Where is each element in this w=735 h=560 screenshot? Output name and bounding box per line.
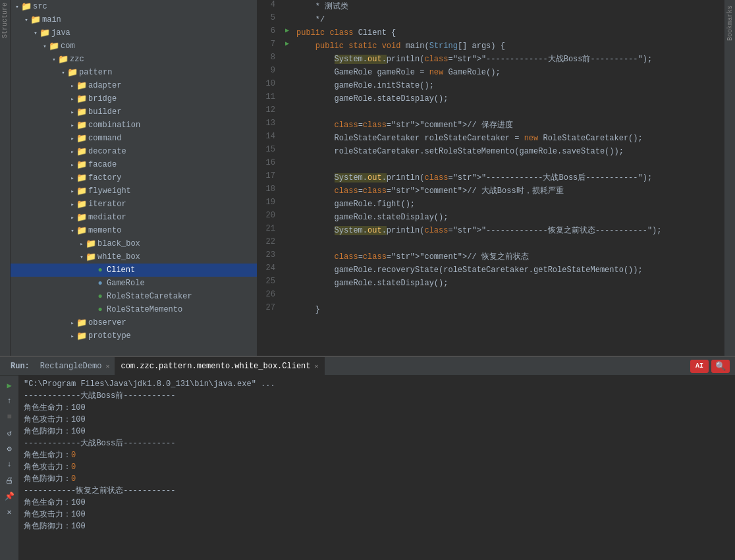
tab-close-icon[interactable]: ✕ bbox=[315, 362, 319, 370]
no-arrow bbox=[87, 266, 95, 274]
tree-item-Client[interactable]: ●Client bbox=[11, 264, 257, 277]
tree-item-label: facade bbox=[88, 160, 117, 169]
print-button[interactable]: 🖨 bbox=[2, 473, 16, 488]
structure-label[interactable]: Structure bbox=[1, 0, 9, 41]
code-line-23: 23 class=class="str">"comment">// 恢复之前状态 bbox=[258, 250, 724, 264]
tree-item-label: RoleStateMemento bbox=[107, 305, 182, 314]
output-line-11: 角色攻击力：100 bbox=[24, 509, 730, 520]
run-arrow-icon[interactable]: ▶ bbox=[285, 26, 289, 34]
tree-item-command[interactable]: ▸📁command bbox=[11, 132, 257, 145]
folder-arrow: ▾ bbox=[13, 3, 21, 11]
editor-area: 4 * 测试类5 */6▶public class Client {7▶ pub… bbox=[258, 0, 724, 356]
folder-icon: 📁 bbox=[76, 159, 87, 170]
close-button[interactable]: ✕ bbox=[2, 505, 16, 519]
line-number: 8 bbox=[258, 53, 281, 62]
tree-item-flyweight[interactable]: ▸📁flyweight bbox=[11, 184, 257, 198]
tree-item-com[interactable]: ▾📁com bbox=[11, 40, 257, 53]
line-number: 13 bbox=[258, 119, 281, 128]
code-text: gameRole.fight(); bbox=[294, 198, 415, 211]
code-text: gameRole.initState(); bbox=[294, 79, 434, 92]
no-arrow bbox=[87, 293, 95, 300]
line-gutter: ▶ bbox=[281, 40, 294, 47]
folder-icon: 📁 bbox=[86, 238, 96, 249]
run-button[interactable]: ▶ bbox=[2, 378, 16, 393]
folder-icon: 📁 bbox=[76, 186, 87, 196]
output-line-5: ------------大战Boss后----------- bbox=[24, 437, 730, 449]
folder-arrow: ▸ bbox=[68, 319, 76, 327]
folder-arrow: ▾ bbox=[41, 42, 49, 50]
no-arrow bbox=[87, 279, 95, 287]
code-line-5: 5 */ bbox=[258, 13, 724, 26]
line-number: 18 bbox=[258, 184, 281, 194]
tree-item-prototype[interactable]: ▸📁prototype bbox=[11, 329, 257, 343]
tree-item-combination[interactable]: ▸📁combination bbox=[11, 119, 257, 132]
code-line-27: 27 } bbox=[258, 303, 724, 316]
right-sidebar: Bookmarks bbox=[724, 0, 735, 356]
tree-item-src[interactable]: ▾📁src bbox=[11, 0, 257, 13]
code-text: class=class="str">"comment">// 保存进度 bbox=[294, 119, 513, 132]
tree-item-zzc[interactable]: ▾📁zzc bbox=[11, 53, 257, 66]
output-line-6: 角色生命力：0 bbox=[24, 449, 730, 461]
line-number: 23 bbox=[258, 250, 281, 260]
tree-item-label: main bbox=[42, 15, 61, 24]
left-sidebar: Structure bbox=[0, 0, 11, 356]
code-line-14: 14 RoleStateCaretaker roleStateCaretaker… bbox=[258, 132, 724, 145]
tab-close-icon[interactable]: ✕ bbox=[105, 362, 109, 370]
folder-icon: 📁 bbox=[76, 173, 87, 183]
output-line-10: 角色生命力：100 bbox=[24, 497, 730, 509]
settings-button[interactable]: ⚙ bbox=[2, 441, 16, 456]
folder-icon: 📁 bbox=[86, 252, 96, 262]
tree-item-builder[interactable]: ▸📁builder bbox=[11, 105, 257, 119]
line-number: 4 bbox=[258, 0, 281, 9]
code-text: */ bbox=[294, 13, 325, 26]
tree-item-facade[interactable]: ▸📁facade bbox=[11, 158, 257, 171]
code-text: } bbox=[294, 303, 320, 316]
scroll-up-button[interactable]: ↑ bbox=[2, 394, 16, 408]
ai-button[interactable]: AI bbox=[690, 360, 709, 373]
search-button[interactable]: 🔍 bbox=[711, 360, 730, 373]
panel-tab-RectangleDemo[interactable]: RectangleDemo✕ bbox=[35, 357, 116, 376]
bottom-panel: Run: RectangleDemo✕com.zzc.pattern.memen… bbox=[0, 356, 735, 560]
tree-item-label: src bbox=[33, 2, 47, 11]
scroll-down-button[interactable]: ↓ bbox=[2, 457, 16, 472]
line-number: 26 bbox=[258, 290, 281, 299]
tree-item-GameRole[interactable]: ●GameRole bbox=[11, 277, 257, 290]
folder-arrow: ▸ bbox=[68, 108, 76, 116]
pin-button[interactable]: 📌 bbox=[2, 489, 16, 503]
tree-item-label: com bbox=[61, 42, 75, 51]
output-value-zero: 0 bbox=[71, 462, 76, 472]
class-icon: ● bbox=[95, 304, 105, 315]
output-line-2: 角色生命力：100 bbox=[24, 402, 730, 414]
line-number: 10 bbox=[258, 79, 281, 88]
folder-arrow: ▸ bbox=[68, 148, 76, 155]
folder-icon: 📁 bbox=[76, 133, 87, 144]
tree-item-decorate[interactable]: ▸📁decorate bbox=[11, 145, 257, 158]
tree-item-black_box[interactable]: ▸📁black_box bbox=[11, 237, 257, 250]
output-label: 角色攻击力： bbox=[24, 462, 71, 472]
output-line-12: 角色防御力：100 bbox=[24, 520, 730, 532]
folder-icon: 📁 bbox=[76, 120, 87, 130]
tree-item-adapter[interactable]: ▸📁adapter bbox=[11, 79, 257, 92]
tree-item-iterator[interactable]: ▸📁iterator bbox=[11, 198, 257, 211]
rerun-button[interactable]: ↺ bbox=[2, 426, 16, 440]
tree-item-white_box[interactable]: ▾📁white_box bbox=[11, 250, 257, 264]
panel-output: "C:\Program Files\Java\jdk1.8.0_131\bin\… bbox=[18, 376, 735, 560]
tree-item-bridge[interactable]: ▸📁bridge bbox=[11, 92, 257, 105]
run-arrow-icon[interactable]: ▶ bbox=[285, 40, 289, 47]
tree-item-mediator[interactable]: ▸📁mediator bbox=[11, 211, 257, 224]
code-content[interactable]: 4 * 测试类5 */6▶public class Client {7▶ pub… bbox=[258, 0, 724, 356]
tree-item-observer[interactable]: ▸📁observer bbox=[11, 316, 257, 329]
folder-arrow: ▸ bbox=[68, 187, 76, 195]
stop-button[interactable]: ■ bbox=[2, 410, 16, 424]
tree-item-pattern[interactable]: ▾📁pattern bbox=[11, 66, 257, 79]
tree-item-java[interactable]: ▾📁java bbox=[11, 26, 257, 40]
tree-item-RoleStateCaretaker[interactable]: ●RoleStateCaretaker bbox=[11, 290, 257, 303]
tree-item-factory[interactable]: ▸📁factory bbox=[11, 171, 257, 184]
tree-item-main[interactable]: ▾📁main bbox=[11, 13, 257, 26]
tree-item-RoleStateMemento[interactable]: ●RoleStateMemento bbox=[11, 303, 257, 316]
panel-tab-com-zzc-pattern-memento-white_box-Client[interactable]: com.zzc.pattern.memento.white_box.Client… bbox=[115, 357, 324, 376]
folder-icon: 📁 bbox=[76, 225, 87, 236]
folder-arrow: ▸ bbox=[68, 82, 76, 90]
tree-item-memento[interactable]: ▾📁memento bbox=[11, 224, 257, 237]
code-line-13: 13 class=class="str">"comment">// 保存进度 bbox=[258, 119, 724, 132]
